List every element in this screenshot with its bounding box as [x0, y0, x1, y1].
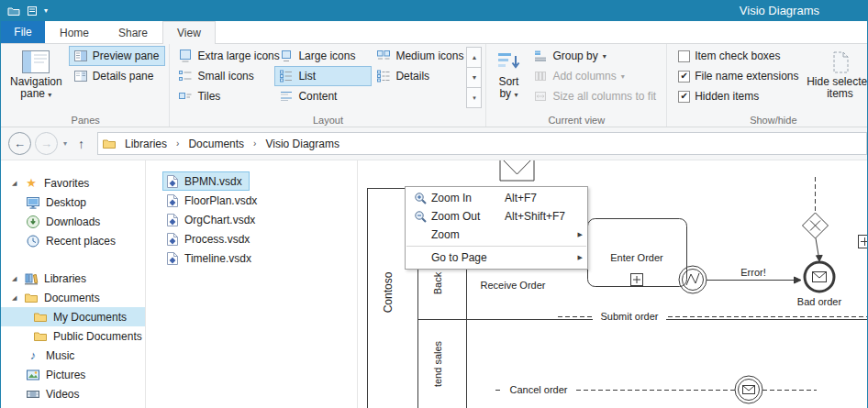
libraries-icon: [23, 271, 39, 286]
expand-icon[interactable]: ◢: [12, 294, 23, 302]
small-icons-icon: [178, 69, 193, 83]
group-by-button[interactable]: Group by ▾: [529, 46, 662, 66]
preview-pane-button[interactable]: Preview pane: [69, 46, 166, 66]
large-icons-label: Large icons: [298, 50, 355, 62]
explorer-icon[interactable]: [7, 6, 20, 17]
tab-home[interactable]: Home: [45, 21, 104, 43]
details-pane-button[interactable]: Details pane: [69, 66, 166, 86]
layout-gallery-scrollbar: ▲ ▼ ▾: [466, 47, 482, 107]
address-bar[interactable]: Libraries › Documents › Visio Diagrams: [97, 132, 867, 155]
file-item-orgchart[interactable]: OrgChart.vsdx: [162, 210, 262, 229]
large-icons-button[interactable]: Large icons: [274, 46, 372, 66]
menu-item-zoom-out[interactable]: Zoom Out Alt+Shift+F7: [406, 207, 587, 226]
item-check-boxes-checkbox[interactable]: [678, 50, 690, 62]
file-name-extensions-checkbox[interactable]: ✔: [678, 71, 690, 83]
back-button[interactable]: ←: [8, 132, 31, 155]
qat-dropdown-icon[interactable]: ▾: [44, 7, 48, 15]
bad-order-label: Bad order: [797, 296, 842, 307]
navigation-pane-button[interactable]: Navigation pane ▾: [6, 46, 67, 112]
ribbon: Navigation pane ▾ Preview pane Details p…: [1, 43, 867, 127]
details-pane-icon: [73, 69, 88, 83]
window-title: Visio Diagrams: [740, 4, 860, 17]
visio-file-icon: [165, 174, 180, 189]
sort-by-button[interactable]: Sort by ▾: [490, 46, 527, 112]
sidebar-item-public-documents[interactable]: Public Documents: [1, 326, 145, 346]
show-hide-group-label: Show/hide: [667, 115, 868, 126]
titlebar: ▾ Visio Diagrams: [1, 0, 867, 21]
add-columns-label: Add columns: [552, 70, 616, 83]
enter-order-label: Enter Order: [610, 252, 663, 263]
gallery-more-button[interactable]: ▾: [466, 87, 482, 108]
size-columns-icon: [533, 89, 548, 104]
breadcrumb-libraries[interactable]: Libraries: [118, 133, 173, 154]
size-all-columns-button[interactable]: Size all columns to fit: [529, 86, 662, 106]
sidebar-item-my-documents[interactable]: My Documents: [1, 307, 145, 326]
check-icon: ✔: [680, 72, 687, 81]
favorites-icon: ★: [23, 177, 39, 189]
sidebar-item-desktop[interactable]: Desktop: [1, 193, 145, 212]
sidebar-item-videos[interactable]: Videos: [1, 384, 145, 403]
file-item-floorplan[interactable]: FloorPlan.vsdx: [162, 191, 264, 210]
gallery-down-button[interactable]: ▼: [466, 67, 482, 88]
recent-locations-dropdown[interactable]: ▾: [61, 139, 69, 148]
menu-label-zoom-out: Zoom Out: [431, 210, 505, 223]
content-view-label: Content: [298, 90, 337, 103]
file-name: FloorPlan.vsdx: [184, 194, 257, 207]
add-columns-button[interactable]: Add columns ▾: [529, 66, 662, 86]
item-check-boxes-option[interactable]: Item check boxes: [673, 46, 804, 66]
menu-item-zoom[interactable]: Zoom ▶: [406, 226, 587, 244]
menu-item-zoom-in[interactable]: Zoom In Alt+F7: [406, 189, 587, 207]
sidebar-item-favorites[interactable]: ◢ ★ Favorites: [1, 173, 145, 193]
hide-selected-items-button[interactable]: Hide selected items: [805, 46, 868, 112]
pictures-icon: [25, 368, 41, 382]
forward-button[interactable]: →: [35, 132, 58, 155]
sort-by-icon: [495, 49, 522, 76]
chevron-down-icon: ▾: [48, 91, 51, 99]
breadcrumb-visio-diagrams[interactable]: Visio Diagrams: [259, 133, 345, 154]
expand-icon[interactable]: ◢: [12, 180, 23, 187]
extra-large-icons-button[interactable]: Extra large icons: [173, 46, 274, 66]
file-name: BPMN.vsdx: [184, 175, 242, 188]
file-name-extensions-option[interactable]: ✔ File name extensions: [673, 66, 804, 86]
current-view-group-label: Current view: [486, 115, 666, 126]
large-icons-icon: [279, 49, 294, 63]
hidden-items-checkbox[interactable]: ✔: [678, 91, 690, 103]
tab-view[interactable]: View: [162, 21, 216, 44]
forward-arrow-icon: →: [40, 137, 52, 150]
lane1-label: Back: [432, 271, 443, 294]
breadcrumb-documents[interactable]: Documents: [182, 133, 250, 154]
expand-icon[interactable]: ◢: [12, 275, 23, 282]
sidebar-item-documents[interactable]: ◢ Documents: [1, 288, 145, 307]
menu-item-go-to-page[interactable]: Go to Page ▶: [406, 248, 587, 267]
sidebar-item-pictures[interactable]: Pictures: [1, 365, 145, 384]
folder-icon: [32, 310, 49, 325]
menu-shortcut-zoom-in: Alt+F7: [505, 192, 572, 204]
sidebar-item-downloads[interactable]: Downloads: [1, 212, 145, 231]
hidden-items-option[interactable]: ✔ Hidden items: [673, 86, 804, 106]
file-name-extensions-label: File name extensions: [695, 70, 798, 83]
content-view-button[interactable]: Content: [274, 86, 372, 106]
file-item-bpmn[interactable]: BPMN.vsdx: [162, 171, 250, 191]
tab-share[interactable]: Share: [104, 21, 162, 43]
menu-separator: [406, 246, 586, 247]
panes-group-label: Panes: [2, 115, 169, 126]
sidebar-item-recent-places[interactable]: Recent places: [1, 231, 145, 250]
ribbon-group-current-view: Sort by ▾ Group by ▾ Add columns ▾ Size …: [486, 44, 667, 127]
gallery-up-button[interactable]: ▲: [466, 47, 482, 68]
up-button[interactable]: ↑: [72, 137, 90, 151]
sidebar-item-music[interactable]: ♪ Music: [1, 346, 145, 365]
medium-icons-button[interactable]: Medium icons: [372, 46, 463, 66]
small-icons-button[interactable]: Small icons: [173, 66, 274, 86]
size-columns-label: Size all columns to fit: [552, 90, 656, 103]
file-item-timeline[interactable]: Timeline.vsdx: [162, 248, 259, 268]
sidebar-item-libraries[interactable]: ◢ Libraries: [1, 269, 145, 288]
tab-file[interactable]: File: [1, 21, 45, 43]
file-name: OrgChart.vsdx: [184, 214, 255, 226]
context-menu: Zoom In Alt+F7 Zoom Out Alt+Shift+F7 Zoo…: [405, 186, 588, 270]
tiles-view-button[interactable]: Tiles: [173, 86, 274, 106]
list-view-button[interactable]: List: [274, 66, 372, 86]
properties-icon[interactable]: [27, 6, 38, 17]
tiles-view-icon: [178, 89, 193, 104]
file-item-process[interactable]: Process.vsdx: [162, 229, 257, 248]
details-view-button[interactable]: Details: [372, 66, 463, 86]
